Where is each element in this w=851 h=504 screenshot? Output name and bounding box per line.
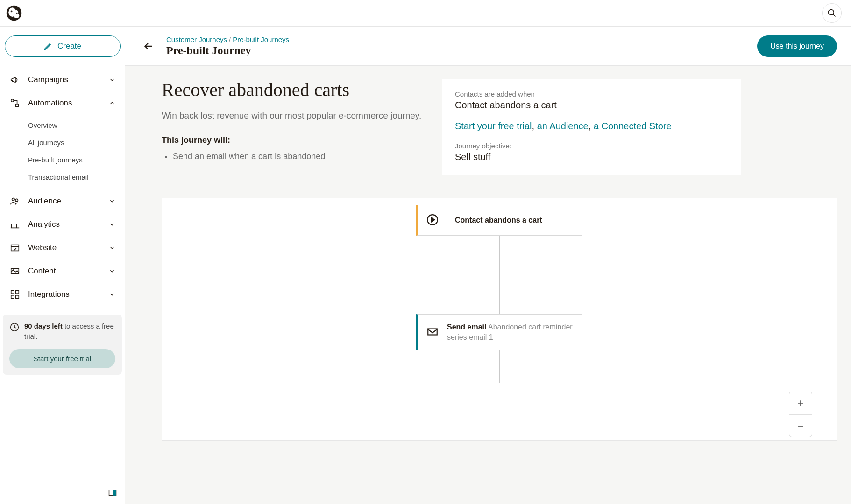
create-label: Create bbox=[57, 42, 81, 51]
link-start-trial[interactable]: Start your free trial bbox=[455, 121, 532, 131]
breadcrumb-link-customer-journeys[interactable]: Customer Journeys bbox=[166, 35, 227, 43]
divider bbox=[447, 213, 447, 228]
info-added-label: Contacts are added when bbox=[455, 90, 728, 98]
back-button[interactable] bbox=[142, 40, 155, 53]
search-icon bbox=[827, 8, 837, 18]
svg-point-3 bbox=[16, 13, 18, 14]
svg-rect-7 bbox=[16, 104, 19, 107]
journey-will-item: Send an email when a cart is abandoned bbox=[173, 152, 423, 161]
chevron-down-icon bbox=[109, 198, 115, 204]
chevron-down-icon bbox=[109, 268, 115, 274]
sidebar-subitem-prebuilt-journeys[interactable]: Pre-built journeys bbox=[0, 151, 125, 168]
sidebar-item-campaigns[interactable]: Campaigns bbox=[0, 68, 125, 91]
journey-canvas[interactable]: Contact abandons a cart Send email Aband… bbox=[162, 198, 837, 441]
svg-point-6 bbox=[11, 99, 14, 102]
link-audience[interactable]: an Audience bbox=[537, 121, 589, 131]
subheader: Customer Journeys/Pre-built Journeys Pre… bbox=[125, 27, 851, 66]
chevron-down-icon bbox=[109, 245, 115, 251]
arrow-left-icon bbox=[142, 40, 155, 52]
chevron-up-icon bbox=[109, 100, 115, 106]
info-added-value: Contact abandons a cart bbox=[455, 100, 728, 111]
trial-text: 90 days left to access a free trial. bbox=[24, 321, 115, 342]
start-trial-button[interactable]: Start your free trial bbox=[9, 349, 115, 368]
svg-rect-12 bbox=[11, 291, 14, 294]
plus-icon bbox=[796, 399, 805, 408]
zoom-controls bbox=[789, 392, 812, 437]
breadcrumb-link-prebuilt-journeys[interactable]: Pre-built Journeys bbox=[233, 35, 289, 43]
svg-rect-13 bbox=[16, 291, 19, 294]
journey-info-card: Contacts are added when Contact abandons… bbox=[442, 79, 741, 175]
flow-icon bbox=[9, 98, 21, 109]
journey-will-heading: This journey will: bbox=[162, 135, 423, 145]
chevron-down-icon bbox=[109, 291, 115, 298]
node-action-prefix: Send email bbox=[447, 323, 486, 331]
journey-title: Recover abandoned carts bbox=[162, 79, 423, 101]
svg-rect-14 bbox=[11, 295, 14, 298]
sidebar: Create Campaigns Automations Overview Al… bbox=[0, 27, 125, 504]
megaphone-icon bbox=[9, 74, 21, 85]
page-title: Pre-built Journey bbox=[166, 44, 746, 57]
sidebar-item-label: Integrations bbox=[28, 290, 109, 299]
sidebar-item-audience[interactable]: Audience bbox=[0, 189, 125, 213]
play-circle-icon bbox=[426, 214, 440, 227]
chevron-down-icon bbox=[109, 221, 115, 228]
svg-rect-15 bbox=[16, 295, 19, 298]
image-icon bbox=[9, 266, 21, 277]
sidebar-item-content[interactable]: Content bbox=[0, 259, 125, 283]
info-objective-value: Sell stuff bbox=[455, 152, 728, 162]
bars-icon bbox=[9, 219, 21, 230]
grid-icon bbox=[9, 289, 21, 300]
link-connected-store[interactable]: a Connected Store bbox=[594, 121, 672, 131]
zoom-in-button[interactable] bbox=[789, 392, 812, 414]
users-icon bbox=[9, 196, 21, 207]
sidebar-item-website[interactable]: Website bbox=[0, 236, 125, 259]
svg-point-2 bbox=[11, 11, 13, 13]
svg-line-5 bbox=[833, 14, 836, 17]
connector bbox=[499, 350, 500, 383]
sidebar-item-analytics[interactable]: Analytics bbox=[0, 213, 125, 236]
sidebar-item-automations[interactable]: Automations bbox=[0, 91, 125, 115]
journey-node-start[interactable]: Contact abandons a cart bbox=[416, 205, 582, 236]
sidebar-subitem-overview[interactable]: Overview bbox=[0, 117, 125, 134]
mail-icon bbox=[426, 326, 440, 339]
use-journey-button[interactable]: Use this journey bbox=[757, 35, 837, 57]
svg-rect-20 bbox=[428, 329, 437, 335]
pencil-icon bbox=[43, 42, 53, 51]
journey-node-action[interactable]: Send email Abandoned cart reminder serie… bbox=[416, 314, 582, 350]
connector bbox=[499, 236, 500, 314]
minus-icon bbox=[796, 421, 805, 431]
breadcrumb: Customer Journeys/Pre-built Journeys bbox=[166, 35, 746, 43]
search-button[interactable] bbox=[822, 3, 842, 23]
info-requirements: Start your free trial, an Audience, a Co… bbox=[455, 121, 728, 132]
zoom-out-button[interactable] bbox=[789, 414, 812, 437]
sidebar-item-label: Analytics bbox=[28, 220, 109, 229]
mailchimp-logo[interactable] bbox=[6, 5, 22, 21]
sidebar-item-integrations[interactable]: Integrations bbox=[0, 283, 125, 306]
sidebar-item-label: Automations bbox=[28, 98, 109, 108]
sidebar-item-label: Content bbox=[28, 266, 109, 276]
info-objective-label: Journey objective: bbox=[455, 142, 728, 150]
svg-rect-18 bbox=[113, 490, 116, 496]
sidebar-subitem-transactional[interactable]: Transactional email bbox=[0, 168, 125, 186]
trial-card: 90 days left to access a free trial. Sta… bbox=[3, 315, 122, 375]
svg-point-4 bbox=[829, 10, 834, 15]
create-button[interactable]: Create bbox=[5, 35, 121, 57]
sidebar-item-label: Website bbox=[28, 243, 109, 252]
node-start-label: Contact abandons a cart bbox=[455, 216, 542, 224]
journey-subtitle: Win back lost revenue with our most popu… bbox=[162, 109, 423, 122]
sidebar-item-label: Campaigns bbox=[28, 75, 109, 84]
window-icon bbox=[9, 242, 21, 253]
chevron-down-icon bbox=[109, 77, 115, 83]
sidebar-item-label: Audience bbox=[28, 196, 109, 206]
svg-point-9 bbox=[15, 199, 18, 202]
clock-icon bbox=[9, 322, 20, 332]
sidebar-subitem-all-journeys[interactable]: All journeys bbox=[0, 134, 125, 151]
svg-point-8 bbox=[12, 198, 14, 201]
panel-toggle-icon[interactable] bbox=[108, 488, 117, 497]
